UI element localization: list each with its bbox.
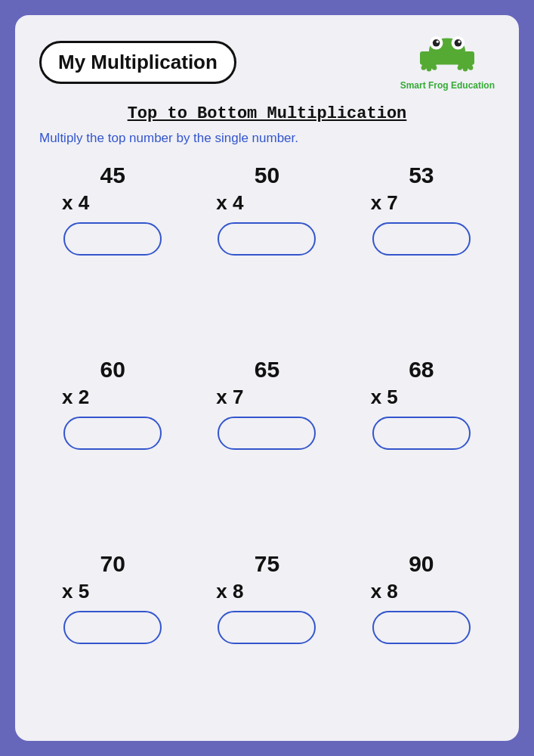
- answer-box[interactable]: [372, 417, 471, 450]
- svg-point-10: [421, 65, 426, 70]
- number-top: 65: [255, 357, 279, 383]
- logo: Smart Frog Education: [400, 33, 495, 91]
- logo-text: Smart Frog Education: [400, 80, 495, 91]
- answer-box[interactable]: [218, 417, 316, 450]
- answer-box[interactable]: [63, 611, 162, 644]
- number-multiplier: x 7: [216, 386, 243, 409]
- frog-icon: [417, 33, 477, 79]
- svg-point-7: [458, 41, 461, 43]
- svg-point-12: [432, 65, 437, 70]
- problem-item: 70x 5: [39, 551, 186, 723]
- svg-point-11: [427, 67, 431, 71]
- problem-item: 50x 4: [193, 163, 340, 334]
- svg-point-6: [437, 41, 439, 43]
- number-top: 50: [255, 163, 279, 188]
- problems-grid: 45x 450x 453x 760x 265x 768x 570x 575x 8…: [39, 163, 495, 723]
- header: My Multiplication: [39, 33, 495, 91]
- answer-box[interactable]: [63, 222, 162, 256]
- problem-item: 53x 7: [348, 163, 495, 334]
- answer-box[interactable]: [218, 611, 316, 644]
- problem-item: 60x 2: [39, 357, 186, 528]
- problem-item: 65x 7: [193, 357, 340, 528]
- number-top: 68: [409, 357, 434, 383]
- problem-item: 68x 5: [348, 357, 495, 528]
- title-box: My Multiplication: [39, 41, 236, 84]
- answer-box[interactable]: [372, 222, 471, 256]
- answer-box[interactable]: [63, 417, 162, 450]
- number-multiplier: x 8: [371, 580, 398, 603]
- instruction: Multiply the top number by the single nu…: [39, 131, 495, 146]
- number-top: 70: [100, 551, 125, 577]
- number-multiplier: x 5: [62, 580, 89, 603]
- number-top: 60: [100, 357, 125, 383]
- svg-point-4: [433, 39, 440, 47]
- number-top: 90: [409, 551, 434, 577]
- number-multiplier: x 5: [371, 386, 398, 409]
- number-multiplier: x 4: [216, 191, 243, 215]
- number-multiplier: x 2: [62, 386, 89, 409]
- number-multiplier: x 4: [62, 191, 89, 215]
- number-multiplier: x 7: [371, 191, 398, 215]
- problem-item: 90x 8: [348, 551, 495, 723]
- number-top: 45: [100, 163, 125, 188]
- number-top: 75: [255, 551, 279, 577]
- svg-point-15: [468, 65, 473, 70]
- number-top: 53: [409, 163, 434, 188]
- problem-item: 45x 4: [39, 163, 186, 334]
- answer-box[interactable]: [218, 222, 316, 256]
- answer-box[interactable]: [372, 611, 471, 644]
- svg-point-13: [458, 65, 462, 70]
- number-multiplier: x 8: [216, 580, 243, 603]
- problem-item: 75x 8: [193, 551, 340, 723]
- svg-point-5: [455, 39, 462, 47]
- subtitle: Top to Bottom Multiplication: [39, 104, 495, 123]
- page-title: My Multiplication: [58, 51, 218, 73]
- page: My Multiplication: [15, 15, 519, 741]
- svg-point-14: [463, 67, 468, 71]
